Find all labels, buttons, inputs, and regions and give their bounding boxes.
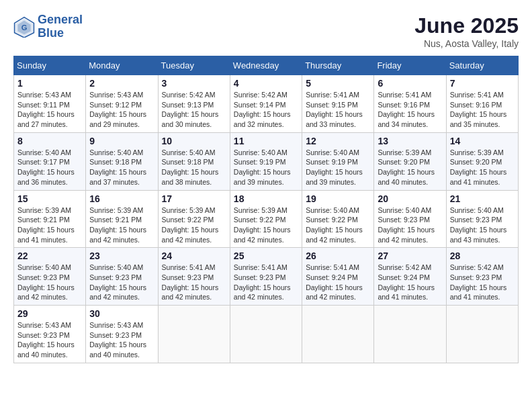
day-info: Sunrise: 5:39 AMSunset: 9:20 PMDaylight:… [450,148,507,186]
calendar-cell: 20 Sunrise: 5:40 AMSunset: 9:23 PMDaylig… [374,190,446,248]
calendar-cell: 14 Sunrise: 5:39 AMSunset: 9:20 PMDaylig… [446,132,518,190]
day-number: 26 [306,250,370,261]
day-number: 1 [17,78,82,89]
logo-text: General Blue [38,13,83,40]
month-title: June 2025 [414,13,519,38]
day-number: 24 [162,250,226,261]
day-number: 9 [89,136,154,146]
day-info: Sunrise: 5:40 AMSunset: 9:17 PMDaylight:… [17,148,75,186]
day-info: Sunrise: 5:41 AMSunset: 9:16 PMDaylight:… [450,91,507,128]
day-info: Sunrise: 5:39 AMSunset: 9:20 PMDaylight:… [378,148,435,186]
day-info: Sunrise: 5:42 AMSunset: 9:14 PMDaylight:… [234,91,291,128]
weekday-header-friday: Friday [374,56,446,75]
calendar-cell: 28 Sunrise: 5:42 AMSunset: 9:23 PMDaylig… [446,248,518,306]
day-info: Sunrise: 5:42 AMSunset: 9:13 PMDaylight:… [162,91,219,128]
day-number: 23 [89,250,154,261]
calendar-cell: 13 Sunrise: 5:39 AMSunset: 9:20 PMDaylig… [374,132,446,190]
calendar-cell: 24 Sunrise: 5:41 AMSunset: 9:23 PMDaylig… [158,248,230,306]
day-info: Sunrise: 5:43 AMSunset: 9:23 PMDaylight:… [89,321,146,359]
calendar-cell: 6 Sunrise: 5:41 AMSunset: 9:16 PMDayligh… [374,75,446,133]
day-info: Sunrise: 5:41 AMSunset: 9:24 PMDaylight:… [306,263,363,301]
weekday-header-sunday: Sunday [14,56,86,75]
day-number: 14 [450,136,515,146]
logo: G General Blue [13,13,83,40]
day-info: Sunrise: 5:40 AMSunset: 9:23 PMDaylight:… [89,263,146,301]
calendar-cell: 18 Sunrise: 5:39 AMSunset: 9:22 PMDaylig… [230,190,302,248]
calendar-cell [446,306,518,363]
calendar-cell: 26 Sunrise: 5:41 AMSunset: 9:24 PMDaylig… [302,248,374,306]
day-info: Sunrise: 5:41 AMSunset: 9:16 PMDaylight:… [378,91,435,128]
day-info: Sunrise: 5:41 AMSunset: 9:23 PMDaylight:… [162,263,219,301]
calendar-cell [230,306,302,363]
day-number: 2 [89,78,154,89]
day-info: Sunrise: 5:39 AMSunset: 9:21 PMDaylight:… [89,206,146,244]
day-number: 3 [162,78,226,89]
calendar-cell: 17 Sunrise: 5:39 AMSunset: 9:22 PMDaylig… [158,190,230,248]
day-number: 20 [378,193,442,204]
calendar-week-1: 1 Sunrise: 5:43 AMSunset: 9:11 PMDayligh… [14,75,519,133]
title-area: June 2025 Nus, Aosta Valley, Italy [414,13,519,49]
calendar-cell [158,306,230,363]
calendar-cell: 19 Sunrise: 5:40 AMSunset: 9:22 PMDaylig… [302,190,374,248]
day-number: 6 [378,78,442,89]
calendar-cell: 7 Sunrise: 5:41 AMSunset: 9:16 PMDayligh… [446,75,518,133]
calendar-cell: 16 Sunrise: 5:39 AMSunset: 9:21 PMDaylig… [86,190,158,248]
day-info: Sunrise: 5:40 AMSunset: 9:19 PMDaylight:… [234,148,291,186]
day-info: Sunrise: 5:43 AMSunset: 9:11 PMDaylight:… [17,91,75,128]
day-info: Sunrise: 5:39 AMSunset: 9:22 PMDaylight:… [234,206,291,244]
day-number: 28 [450,250,515,261]
day-number: 5 [306,78,370,89]
day-info: Sunrise: 5:40 AMSunset: 9:22 PMDaylight:… [306,206,363,244]
day-info: Sunrise: 5:43 AMSunset: 9:12 PMDaylight:… [89,91,146,128]
day-number: 12 [306,136,370,146]
weekday-header-saturday: Saturday [446,56,518,75]
calendar-cell: 12 Sunrise: 5:40 AMSunset: 9:19 PMDaylig… [302,132,374,190]
calendar-cell: 2 Sunrise: 5:43 AMSunset: 9:12 PMDayligh… [86,75,158,133]
logo-line1: General [38,13,83,26]
day-info: Sunrise: 5:39 AMSunset: 9:21 PMDaylight:… [17,206,75,244]
day-info: Sunrise: 5:40 AMSunset: 9:23 PMDaylight:… [378,206,435,244]
calendar-cell: 8 Sunrise: 5:40 AMSunset: 9:17 PMDayligh… [14,132,86,190]
day-number: 17 [162,193,226,204]
day-number: 30 [89,308,154,319]
calendar-cell: 25 Sunrise: 5:41 AMSunset: 9:23 PMDaylig… [230,248,302,306]
calendar-cell: 15 Sunrise: 5:39 AMSunset: 9:21 PMDaylig… [14,190,86,248]
calendar-cell: 22 Sunrise: 5:40 AMSunset: 9:23 PMDaylig… [14,248,86,306]
calendar-cell: 23 Sunrise: 5:40 AMSunset: 9:23 PMDaylig… [86,248,158,306]
day-info: Sunrise: 5:40 AMSunset: 9:23 PMDaylight:… [17,263,75,301]
day-info: Sunrise: 5:42 AMSunset: 9:23 PMDaylight:… [450,263,507,301]
calendar-cell: 10 Sunrise: 5:40 AMSunset: 9:18 PMDaylig… [158,132,230,190]
day-number: 25 [234,250,298,261]
calendar-week-5: 29 Sunrise: 5:43 AMSunset: 9:23 PMDaylig… [14,306,519,363]
calendar-cell [374,306,446,363]
calendar-cell: 29 Sunrise: 5:43 AMSunset: 9:23 PMDaylig… [14,306,86,363]
day-info: Sunrise: 5:40 AMSunset: 9:18 PMDaylight:… [162,148,219,186]
day-number: 10 [162,136,226,146]
day-info: Sunrise: 5:42 AMSunset: 9:24 PMDaylight:… [378,263,435,301]
day-number: 15 [17,193,82,204]
weekday-header-wednesday: Wednesday [230,56,302,75]
calendar-cell: 3 Sunrise: 5:42 AMSunset: 9:13 PMDayligh… [158,75,230,133]
day-number: 4 [234,78,298,89]
day-number: 18 [234,193,298,204]
weekday-header-monday: Monday [86,56,158,75]
day-info: Sunrise: 5:41 AMSunset: 9:15 PMDaylight:… [306,91,363,128]
logo-icon: G [13,16,35,38]
calendar-cell: 27 Sunrise: 5:42 AMSunset: 9:24 PMDaylig… [374,248,446,306]
logo-line2: Blue [38,26,64,40]
calendar-cell: 4 Sunrise: 5:42 AMSunset: 9:14 PMDayligh… [230,75,302,133]
day-info: Sunrise: 5:40 AMSunset: 9:19 PMDaylight:… [306,148,363,186]
calendar-cell: 30 Sunrise: 5:43 AMSunset: 9:23 PMDaylig… [86,306,158,363]
calendar-cell: 21 Sunrise: 5:40 AMSunset: 9:23 PMDaylig… [446,190,518,248]
svg-text:G: G [21,24,28,32]
calendar-table: SundayMondayTuesdayWednesdayThursdayFrid… [13,56,519,363]
day-number: 29 [17,308,82,319]
weekday-header-row: SundayMondayTuesdayWednesdayThursdayFrid… [14,56,519,75]
calendar-cell: 5 Sunrise: 5:41 AMSunset: 9:15 PMDayligh… [302,75,374,133]
calendar-week-2: 8 Sunrise: 5:40 AMSunset: 9:17 PMDayligh… [14,132,519,190]
day-number: 16 [89,193,154,204]
calendar-cell: 9 Sunrise: 5:40 AMSunset: 9:18 PMDayligh… [86,132,158,190]
day-number: 27 [378,250,442,261]
calendar-cell [302,306,374,363]
weekday-header-thursday: Thursday [302,56,374,75]
